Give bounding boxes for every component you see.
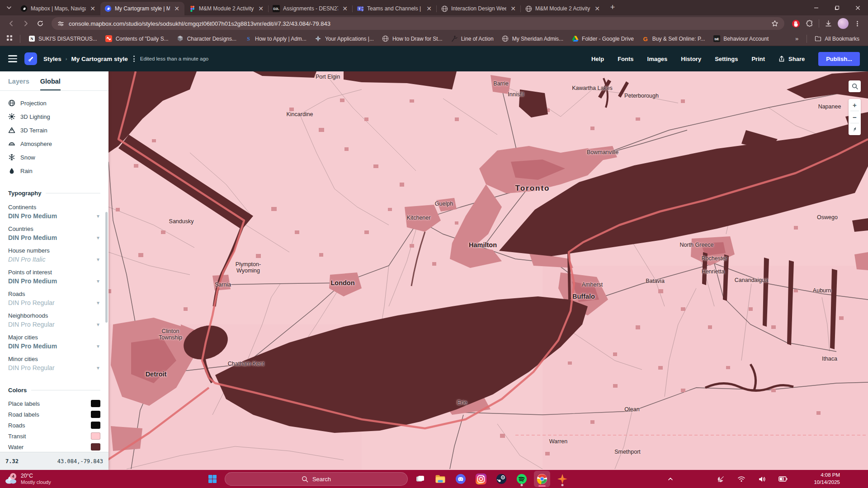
bookmarks-overflow-button[interactable]: » — [791, 35, 803, 42]
font-select[interactable]: DIN Pro Regular▼ — [8, 321, 100, 328]
back-button[interactable] — [5, 17, 18, 30]
bookmark-item[interactable]: Contents of "Daily S... — [101, 33, 173, 44]
studio-menu-history[interactable]: History — [681, 56, 701, 62]
tab-close-icon[interactable]: ✕ — [341, 5, 349, 12]
studio-menu-icon[interactable] — [8, 55, 17, 62]
breadcrumb-styles[interactable]: Styles — [43, 56, 61, 62]
tab-close-icon[interactable]: ✕ — [257, 5, 264, 12]
breadcrumb-style-name[interactable]: My Cartogram style — [71, 56, 127, 62]
battery-icon[interactable] — [778, 476, 788, 482]
spotify-taskbar-icon[interactable] — [514, 471, 530, 487]
instagram-taskbar-icon[interactable] — [473, 471, 489, 487]
taskbar-clock[interactable]: 4:08 PM 10/14/2025 — [814, 470, 840, 488]
bookmark-item[interactable]: SHow to Apply | Adm... — [241, 33, 311, 44]
font-select[interactable]: DIN Pro Medium▼ — [8, 212, 100, 220]
taskbar-search[interactable]: Search — [225, 472, 408, 486]
profile-avatar[interactable] — [838, 18, 849, 29]
browser-tab[interactable]: M&M Module 2 Activity 1 Map✕ — [521, 2, 605, 15]
studio-menu-fonts[interactable]: Fonts — [618, 56, 633, 62]
sidebar-scrollbar[interactable] — [105, 212, 108, 323]
night-mode-icon[interactable] — [717, 475, 725, 483]
studio-menu-settings[interactable]: Settings — [715, 56, 738, 62]
bookmark-item[interactable]: bEBehaviour Account — [709, 33, 773, 44]
global-item-3d-lighting[interactable]: 3D Lighting — [0, 110, 108, 123]
flare-taskbar-icon[interactable] — [554, 471, 571, 487]
font-select[interactable]: DIN Pro Regular▼ — [8, 364, 100, 371]
map-search-control[interactable] — [849, 80, 861, 92]
share-button[interactable]: Share — [778, 56, 805, 62]
browser-tab[interactable]: Mapbox | Maps, Navigation, Se✕ — [16, 2, 100, 15]
sidebar-tab-layers[interactable]: Layers — [8, 78, 29, 90]
search-icon[interactable] — [849, 80, 861, 92]
bookmark-star-icon[interactable] — [771, 20, 778, 27]
font-select[interactable]: DIN Pro Medium▼ — [8, 277, 100, 285]
tab-close-icon[interactable]: ✕ — [89, 5, 96, 12]
taskview-taskbar-icon[interactable] — [412, 471, 428, 487]
reload-button[interactable] — [33, 17, 47, 30]
window-close-button[interactable] — [847, 0, 868, 15]
browser-tab[interactable]: D2LAssignments - DESN27425 Inte✕ — [269, 2, 353, 15]
zoom-out-button[interactable]: − — [849, 111, 861, 123]
new-tab-button[interactable]: + — [607, 1, 618, 13]
explorer-taskbar-icon[interactable] — [432, 471, 448, 487]
color-swatch[interactable] — [91, 432, 100, 440]
font-select[interactable]: DIN Pro Medium▼ — [8, 234, 100, 241]
studio-menu-images[interactable]: Images — [647, 56, 668, 62]
wifi-icon[interactable] — [737, 476, 745, 482]
bookmark-item[interactable]: Folder - Google Drive — [567, 33, 638, 44]
font-select[interactable]: DIN Pro Regular▼ — [8, 299, 100, 306]
url-text[interactable]: console.mapbox.com/studio/styles/sodsukh… — [69, 20, 767, 27]
browser-tab[interactable]: TTeams and Channels | General |✕ — [353, 2, 437, 15]
studio-menu-print[interactable]: Print — [751, 56, 765, 62]
font-select[interactable]: DIN Pro Italic▼ — [8, 256, 100, 263]
downloads-icon[interactable] — [825, 20, 832, 28]
browser-tab[interactable]: Interaction Design Week 6 nm✕ — [437, 2, 521, 15]
browser-tab[interactable]: M&M Module 2 Activity 1 Map✕ — [184, 2, 269, 15]
window-maximize-button[interactable] — [826, 0, 847, 15]
color-swatch[interactable] — [91, 400, 100, 407]
color-swatch[interactable] — [91, 411, 100, 418]
global-item-3d-terrain[interactable]: 3D Terrain — [0, 123, 108, 137]
chrome-taskbar-icon[interactable] — [534, 471, 550, 487]
steam-taskbar-icon[interactable] — [493, 471, 509, 487]
color-swatch[interactable] — [91, 443, 100, 450]
address-bar[interactable]: console.mapbox.com/studio/styles/sodsukh… — [52, 17, 784, 30]
global-item-snow[interactable]: Snow — [0, 150, 108, 164]
bookmark-item[interactable]: My Sheridan Admis... — [498, 33, 567, 44]
window-minimize-button[interactable] — [806, 0, 826, 15]
discord-taskbar-icon[interactable] — [453, 471, 469, 487]
extensions-puzzle-icon[interactable] — [806, 20, 813, 28]
browser-tab[interactable]: My Cartogram style | Mapbox✕ — [100, 2, 184, 15]
tab-close-icon[interactable]: ✕ — [173, 5, 180, 12]
weather-widget[interactable]: 4 20°C Mostly cloudy — [4, 470, 51, 488]
bookmark-item[interactable]: GBuy & Sell Online: P... — [638, 33, 709, 44]
all-bookmarks-button[interactable]: All Bookmarks — [811, 33, 863, 44]
global-item-rain[interactable]: Rain — [0, 164, 108, 178]
bookmark-item[interactable]: Line of Action — [447, 33, 498, 44]
compass-button[interactable] — [849, 123, 861, 135]
tab-search-button[interactable] — [3, 2, 15, 14]
bookmark-item[interactable]: How to Draw for St... — [378, 33, 447, 44]
sidebar-tab-global[interactable]: Global — [40, 78, 61, 90]
color-swatch[interactable] — [91, 422, 100, 429]
bookmark-item[interactable]: Character Designs... — [173, 33, 241, 44]
map-canvas[interactable]: Port ElginKincardineBarrieInnisfilKawart… — [0, 71, 868, 470]
apps-grid-icon[interactable] — [5, 34, 14, 44]
publish-button[interactable]: Publish... — [818, 52, 860, 66]
font-select[interactable]: DIN Pro Medium▼ — [8, 343, 100, 350]
tab-close-icon[interactable]: ✕ — [509, 5, 517, 12]
volume-icon[interactable] — [758, 476, 766, 483]
mapbox-logo[interactable] — [24, 52, 37, 65]
start-button[interactable] — [204, 471, 221, 487]
style-options-kebab-icon[interactable] — [133, 56, 135, 62]
global-item-projection[interactable]: Projection — [0, 96, 108, 110]
forward-button[interactable] — [19, 17, 33, 30]
tab-close-icon[interactable]: ✕ — [594, 5, 601, 12]
adblock-extension-icon[interactable] — [792, 19, 800, 28]
tray-chevron-button[interactable] — [667, 470, 674, 488]
browser-menu-icon[interactable] — [854, 20, 861, 27]
bookmark-item[interactable]: Your Applications |... — [311, 33, 378, 44]
global-item-atmosphere[interactable]: Atmosphere — [0, 137, 108, 150]
bookmark-item[interactable]: NSUKI'S DISASTROUS... — [24, 33, 101, 44]
site-settings-icon[interactable] — [57, 20, 64, 27]
